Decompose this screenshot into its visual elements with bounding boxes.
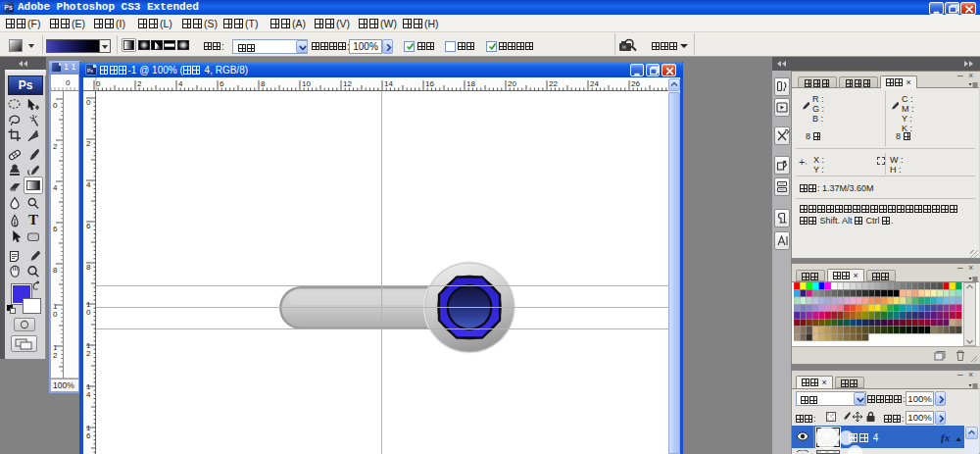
svg-text:0: 0 <box>86 98 91 107</box>
svg-text:6: 6 <box>86 222 91 230</box>
svg-text:8: 8 <box>86 263 91 272</box>
svg-text:14: 14 <box>384 79 393 88</box>
svg-text:4: 4 <box>86 390 91 399</box>
svg-text:4: 4 <box>178 79 183 88</box>
svg-text:20: 20 <box>508 79 516 88</box>
svg-text:6: 6 <box>53 225 58 233</box>
svg-text:18: 18 <box>466 79 475 88</box>
svg-text:26: 26 <box>631 79 640 88</box>
svg-text:2: 2 <box>86 349 91 358</box>
svg-text:22: 22 <box>549 79 558 88</box>
svg-text:2: 2 <box>53 142 58 151</box>
svg-text:2: 2 <box>137 79 142 88</box>
svg-text:6: 6 <box>86 431 91 440</box>
svg-text:24: 24 <box>590 79 599 88</box>
svg-text:16: 16 <box>425 79 434 88</box>
svg-text:0: 0 <box>53 101 58 110</box>
svg-text:2: 2 <box>86 139 91 148</box>
svg-text:6: 6 <box>220 79 224 88</box>
svg-text:4: 4 <box>86 180 91 189</box>
svg-text:10: 10 <box>302 79 311 88</box>
svg-text:0: 0 <box>66 78 71 87</box>
svg-text:8: 8 <box>261 79 266 88</box>
svg-text:0: 0 <box>53 310 58 319</box>
svg-text:0: 0 <box>86 308 91 317</box>
svg-text:4: 4 <box>53 183 58 192</box>
svg-text:0: 0 <box>96 79 101 88</box>
svg-text:12: 12 <box>343 79 352 88</box>
svg-text:2: 2 <box>53 351 58 360</box>
svg-text:8: 8 <box>53 266 58 275</box>
